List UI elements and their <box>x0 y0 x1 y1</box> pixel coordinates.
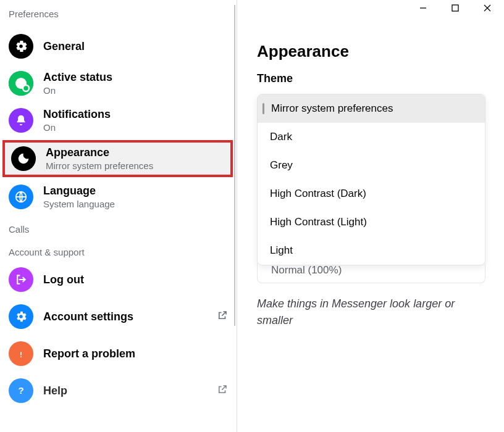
sidebar-item-appearance[interactable]: Appearance Mirror system preferences <box>2 140 233 177</box>
warning-icon <box>9 341 33 366</box>
sidebar-item-label: Language <box>43 185 115 197</box>
svg-point-3 <box>23 85 29 91</box>
theme-option-hc-light[interactable]: High Contrast (Light) <box>258 208 485 236</box>
sidebar-item-general[interactable]: General <box>0 28 237 65</box>
section-account: Account & support <box>0 238 237 261</box>
sidebar-item-label: Help <box>43 384 67 397</box>
help-icon: ? <box>9 378 33 403</box>
svg-point-5 <box>19 315 23 318</box>
sidebar-item-label: Log out <box>43 273 84 286</box>
sidebar-item-label: Appearance <box>46 146 153 159</box>
main-pane: Appearance Theme Mirror system preferenc… <box>237 0 504 432</box>
scrollbar[interactable] <box>234 5 235 326</box>
sidebar-item-sub: System language <box>43 199 115 209</box>
sidebar-item-label: Account settings <box>43 310 133 323</box>
external-link-icon <box>217 384 228 397</box>
theme-option-mirror[interactable]: Mirror system preferences <box>258 94 485 123</box>
svg-point-0 <box>19 44 23 48</box>
sidebar-item-help[interactable]: ? Help <box>0 372 237 409</box>
theme-option-light[interactable]: Light <box>258 236 485 265</box>
zoom-select-value[interactable]: Normal (100%) <box>257 263 485 283</box>
sidebar-item-label: Report a problem <box>43 347 135 360</box>
sidebar-item-sub: Mirror system preferences <box>46 160 153 171</box>
svg-rect-6 <box>20 352 22 355</box>
sidebar-item-account-settings[interactable]: Account settings <box>0 298 237 335</box>
theme-label: Theme <box>257 72 485 85</box>
sidebar-item-sub: On <box>43 85 112 96</box>
maximize-button[interactable] <box>451 4 460 12</box>
gear-icon <box>9 34 33 59</box>
theme-dropdown[interactable]: Mirror system preferences Dark Grey High… <box>257 94 485 283</box>
sidebar-title: Preferences <box>0 5 237 28</box>
section-calls: Calls <box>0 215 237 238</box>
logout-icon <box>9 267 33 292</box>
theme-option-dark[interactable]: Dark <box>258 123 485 151</box>
external-link-icon <box>217 310 228 323</box>
sidebar-item-active-status[interactable]: Active status On <box>0 65 237 102</box>
zoom-caption: Make things in Messenger look larger or … <box>257 296 485 329</box>
sidebar-item-report-problem[interactable]: Report a problem <box>0 335 237 372</box>
settings-gear-icon <box>9 304 33 329</box>
sidebar-item-language[interactable]: Language System language <box>0 178 237 215</box>
window-controls <box>237 0 504 12</box>
moon-icon <box>11 146 36 171</box>
sidebar-item-logout[interactable]: Log out <box>0 261 237 298</box>
close-button[interactable] <box>483 4 492 12</box>
status-circle-icon <box>9 71 33 96</box>
sidebar-item-notifications[interactable]: Notifications On <box>0 102 237 139</box>
preferences-sidebar: Preferences General Active status On <box>0 0 237 432</box>
svg-point-7 <box>20 356 22 357</box>
sidebar-item-sub: On <box>43 122 111 133</box>
minimize-button[interactable] <box>419 4 427 12</box>
sidebar-item-label: General <box>43 40 85 53</box>
theme-option-grey[interactable]: Grey <box>258 151 485 180</box>
svg-text:?: ? <box>18 385 23 396</box>
globe-icon <box>9 185 33 209</box>
bell-icon <box>9 108 33 133</box>
sidebar-item-label: Active status <box>43 71 112 84</box>
svg-rect-10 <box>452 5 458 11</box>
sidebar-item-label: Notifications <box>43 108 111 121</box>
page-title: Appearance <box>257 42 485 61</box>
theme-option-hc-dark[interactable]: High Contrast (Dark) <box>258 180 485 208</box>
